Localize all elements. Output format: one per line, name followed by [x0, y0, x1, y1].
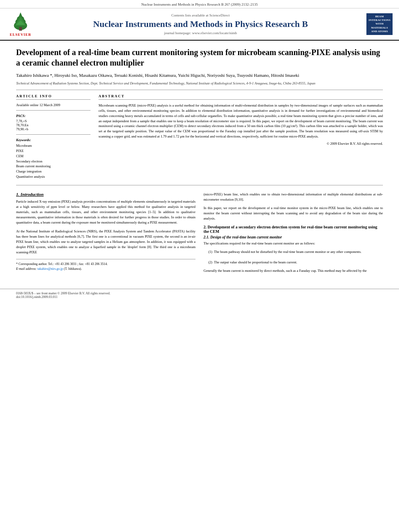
- article-info-col: ARTICLE INFO Available online 12 March 2…: [16, 94, 90, 179]
- journal-cover: BEAMINTERACTIONSWITHMATERIALSAND ATOMS: [366, 13, 393, 35]
- keyword-pixe: PIXE: [16, 148, 90, 154]
- bottom-bar: 0168-583X/$ – see front matter © 2009 El…: [0, 289, 399, 301]
- pacs-item-2: 78,70.En: [16, 123, 90, 127]
- journal-cover-title: BEAMINTERACTIONSWITHMATERIALSAND ATOMS: [368, 15, 391, 33]
- pacs-item-3: 79,90.+b: [16, 127, 90, 131]
- separator: [16, 90, 383, 90]
- sciencedirect-link: Contents lists available at ScienceDirec…: [39, 13, 362, 17]
- available-online: Available online 12 March 2009: [16, 103, 90, 107]
- info-sep2: [16, 134, 90, 135]
- section2-heading: 2. Development of a secondary electron d…: [204, 225, 383, 234]
- keywords-section: Keywords: Microbeam PIXE CEM Secondary e…: [16, 138, 90, 179]
- subsection2-1-heading: 2.1. Design of the real-time beam curren…: [204, 235, 383, 239]
- elsevier-text: ELSEVIER: [10, 33, 31, 37]
- svg-rect-7: [19, 27, 22, 31]
- authors: Takahiro Ishikawa *, Hiroyuki Iso, Masak…: [16, 72, 383, 79]
- keyword-secondary-electron: Secondary electron: [16, 159, 90, 164]
- paper-title: Development of a real-time beam current …: [16, 47, 383, 68]
- doi-text: doi:10.1016/j.nimb.2009.03.011: [16, 295, 58, 299]
- keyword-cem: CEM: [16, 154, 90, 159]
- abstract-text: Microbeam scanning-PIXE (micro-PIXE) ana…: [99, 103, 383, 139]
- journal-banner: ELSEVIER Contents lists available at Sci…: [0, 8, 399, 41]
- body-para-5: The specifications required for the real…: [204, 241, 383, 246]
- journal-title-block: Contents lists available at ScienceDirec…: [39, 13, 362, 35]
- keyword-microbeam: Microbeam: [16, 143, 90, 148]
- keyword-charge-integration: Charge integration: [16, 169, 90, 174]
- elsevier-logo: ELSEVIER: [6, 12, 35, 37]
- pacs-section: PACS: 7,78,+S 78,70.En 79,90.+b: [16, 114, 90, 131]
- body-para-2: At the National Institute of Radiologica…: [16, 229, 195, 255]
- footnote-corresponding: * Corresponding author. Tel.: +81 43 206…: [16, 262, 195, 271]
- body-right-col: (micro-PIXE) beam line, which enables on…: [204, 192, 383, 277]
- abstract-col: ABSTRACT Microbeam scanning-PIXE (micro-…: [99, 94, 383, 179]
- affiliation: Technical Advancement of Radiation Syste…: [16, 81, 383, 86]
- body-para-generally: Generally the beam current is monitored …: [204, 268, 383, 273]
- body-left-col: 1. Introduction Particle induced X-ray e…: [16, 192, 195, 277]
- pacs-item-1: 7,78,+S: [16, 119, 90, 123]
- section1-heading: 1. Introduction: [16, 192, 195, 197]
- journal-title: Nuclear Instruments and Methods in Physi…: [39, 19, 362, 29]
- footnote-email[interactable]: takahiro@nirs.go.jp: [37, 267, 63, 271]
- footnote-area: * Corresponding author. Tel.: +81 43 206…: [16, 259, 195, 271]
- journal-citation: Nuclear Instruments and Methods in Physi…: [0, 0, 399, 8]
- body-para-4: In this paper, we report on the developm…: [204, 205, 383, 222]
- elsevier-tree-icon: [10, 12, 31, 32]
- body-para-3: (micro-PIXE) beam line, which enables on…: [204, 192, 383, 202]
- body-section: 1. Introduction Particle induced X-ray e…: [16, 192, 383, 277]
- body-list: (1) The beam pathway should not be distu…: [204, 249, 383, 265]
- issn-text: 0168-583X/$ – see front matter © 2009 El…: [16, 292, 110, 295]
- main-content: Development of a real-time beam current …: [0, 41, 399, 285]
- keyword-beam-monitoring: Beam current monitoring: [16, 164, 90, 169]
- journal-homepage: journal homepage: www.elsevier.com/locat…: [39, 31, 362, 35]
- keyword-quantitative: Quantitative analysis: [16, 174, 90, 179]
- article-info-header: ARTICLE INFO: [16, 94, 90, 100]
- keywords-label: Keywords:: [16, 138, 90, 142]
- info-sep1: [16, 110, 90, 111]
- pacs-label: PACS:: [16, 114, 90, 118]
- body-para-1: Particle induced X-ray emission (PIXE) a…: [16, 199, 195, 226]
- abstract-header: ABSTRACT: [99, 94, 383, 100]
- article-info-abstract-section: ARTICLE INFO Available online 12 March 2…: [16, 94, 383, 179]
- copyright-notice: © 2009 Elsevier B.V. All rights reserved…: [99, 142, 383, 146]
- body-separator: [16, 185, 383, 185]
